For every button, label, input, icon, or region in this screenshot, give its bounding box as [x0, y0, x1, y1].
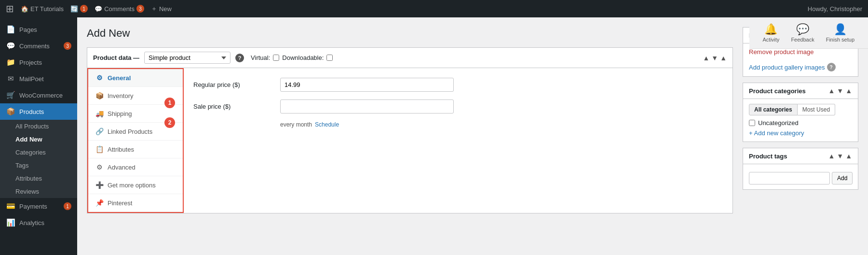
- tags-up-btn[interactable]: ▲: [828, 152, 835, 160]
- collapse-down-btn[interactable]: ▼: [711, 54, 718, 62]
- product-data-header: Product data — Simple product Grouped pr…: [87, 48, 732, 68]
- activity-icon-btn[interactable]: 🔔 Activity: [757, 20, 786, 45]
- sidebar-item-woocommerce[interactable]: 🛒 WooCommerce: [0, 87, 77, 103]
- finish-setup-icon: 👤: [834, 23, 847, 36]
- sidebar-sub-attributes[interactable]: Attributes: [0, 172, 77, 185]
- product-tags-controls: ▲ ▼ ▲: [828, 152, 852, 160]
- feedback-icon: 💬: [796, 23, 809, 36]
- remove-product-image-link[interactable]: Remove product image: [749, 48, 814, 56]
- admin-bar-comments[interactable]: 💬 Comments 3: [95, 5, 144, 13]
- product-categories-controls: ▲ ▼ ▲: [828, 87, 852, 95]
- close-btn[interactable]: ▲: [720, 54, 727, 62]
- all-categories-tab[interactable]: All categories: [749, 104, 798, 115]
- admin-bar-new[interactable]: ＋ New: [151, 4, 172, 13]
- downloadable-label: Downloadable:: [282, 54, 324, 61]
- right-sidebar: Product gallery ▲ ▼ ▲ Remove product ima…: [743, 27, 858, 245]
- categories-close-btn[interactable]: ▲: [845, 87, 852, 95]
- product-tags-panel: Product tags ▲ ▼ ▲ Add: [743, 148, 858, 190]
- sidebar-item-payments[interactable]: 💳 Payments 1: [0, 198, 77, 214]
- regular-price-input[interactable]: [280, 78, 454, 92]
- admin-bar-updates[interactable]: 🔄 1: [70, 5, 88, 13]
- sale-price-input[interactable]: [280, 99, 454, 113]
- add-new-category-link[interactable]: + Add new category: [749, 129, 804, 137]
- sidebar-sub-tags[interactable]: Tags: [0, 159, 77, 172]
- product-categories-panel: Product categories ▲ ▼ ▲ All categories …: [743, 83, 858, 142]
- feedback-icon-btn[interactable]: 💬 Feedback: [785, 20, 820, 45]
- product-data-controls: ▲ ▼ ▲: [703, 54, 727, 62]
- admin-bar-left: ⊞ 🏠 ET Tutorials 🔄 1 💬 Comments 3 ＋ New: [6, 3, 172, 14]
- tab-attributes[interactable]: 📋 Attributes: [88, 141, 183, 158]
- products-icon: 📦: [6, 107, 15, 116]
- collapse-up-btn[interactable]: ▲: [703, 54, 709, 62]
- shipping-tab-icon: 🚚: [95, 110, 104, 117]
- sidebar: 📄 Pages 💬 Comments 3 📁 Projects ✉ MailPo…: [0, 17, 77, 255]
- regular-price-row: Regular price ($): [193, 78, 723, 92]
- tab-get-more-options[interactable]: ➕ Get more options: [88, 176, 183, 194]
- product-data-box: Product data — Simple product Grouped pr…: [87, 47, 733, 213]
- categories-down-btn[interactable]: ▼: [837, 87, 843, 95]
- add-gallery-images-link[interactable]: Add product gallery images: [749, 64, 825, 71]
- step-badge-2: 2: [164, 117, 175, 128]
- product-type-select[interactable]: Simple product Grouped product External/…: [144, 52, 231, 64]
- tab-advanced[interactable]: ⚙ Advanced: [88, 158, 183, 176]
- finish-setup-icon-btn[interactable]: 👤 Finish setup: [820, 20, 860, 45]
- sidebar-item-products[interactable]: 📦 Products: [0, 103, 77, 120]
- linked-products-tab-icon: 🔗: [95, 128, 104, 135]
- product-tabs: ⚙ General 📦 Inventory 🚚 Shipping: [87, 68, 184, 213]
- virtual-checkbox[interactable]: [273, 55, 279, 61]
- plus-icon: ＋: [151, 4, 157, 13]
- updates-icon: 🔄: [70, 5, 78, 13]
- comments-icon: 💬: [95, 5, 102, 13]
- general-tab-content: Regular price ($) Sale price ($) every m…: [184, 68, 732, 213]
- product-tags-body: Add: [743, 164, 858, 189]
- comments-nav-icon: 💬: [6, 42, 15, 50]
- main-content: Add New 1 2 Product data — Simple produc…: [77, 17, 868, 255]
- payments-icon: 💳: [6, 202, 15, 211]
- sale-price-label: Sale price ($): [193, 103, 280, 110]
- product-tags-title: Product tags: [749, 153, 787, 160]
- woocommerce-icon: 🛒: [6, 91, 15, 99]
- sidebar-sub-reviews[interactable]: Reviews: [0, 185, 77, 198]
- product-data-body: ⚙ General 📦 Inventory 🚚 Shipping: [87, 68, 732, 213]
- sidebar-item-analytics[interactable]: 📊 Analytics: [0, 214, 77, 231]
- product-data-label: Product data —: [93, 54, 139, 61]
- mailpoet-icon: ✉: [6, 74, 15, 83]
- product-data-wrapper: 1 2 Product data — Simple product Groupe…: [87, 47, 733, 213]
- tags-close-btn[interactable]: ▲: [845, 152, 852, 160]
- tags-down-btn[interactable]: ▼: [837, 152, 843, 160]
- sidebar-sub-categories[interactable]: Categories: [0, 146, 77, 159]
- step-badge-1: 1: [164, 98, 175, 108]
- categories-up-btn[interactable]: ▲: [828, 87, 835, 95]
- analytics-icon: 📊: [6, 218, 15, 227]
- inventory-tab-icon: 📦: [95, 92, 104, 99]
- wp-logo-icon[interactable]: ⊞: [6, 3, 14, 14]
- uncategorized-row: Uncategorized: [749, 119, 852, 127]
- every-month-text: every month: [280, 121, 312, 128]
- sidebar-item-mailpoet[interactable]: ✉ MailPoet: [0, 71, 77, 87]
- tab-general[interactable]: ⚙ General: [88, 69, 183, 87]
- uncategorized-checkbox[interactable]: [749, 120, 755, 126]
- home-icon: 🏠: [21, 5, 28, 13]
- tags-input[interactable]: [749, 172, 830, 184]
- add-tag-button[interactable]: Add: [832, 172, 853, 184]
- help-icon[interactable]: ?: [235, 54, 244, 62]
- sidebar-item-comments[interactable]: 💬 Comments 3: [0, 38, 77, 54]
- sidebar-item-pages[interactable]: 📄 Pages: [0, 21, 77, 38]
- virtual-label: Virtual:: [251, 54, 270, 61]
- most-used-tab[interactable]: Most Used: [798, 104, 835, 115]
- projects-icon: 📁: [6, 58, 15, 67]
- sidebar-sub-add-new[interactable]: Add New: [0, 133, 77, 146]
- advanced-tab-icon: ⚙: [95, 163, 104, 171]
- downloadable-checkbox[interactable]: [326, 55, 333, 61]
- sidebar-item-projects[interactable]: 📁 Projects: [0, 54, 77, 71]
- admin-bar: ⊞ 🏠 ET Tutorials 🔄 1 💬 Comments 3 ＋ New …: [0, 0, 868, 17]
- sidebar-sub-all-products[interactable]: All Products: [0, 120, 77, 133]
- attributes-tab-icon: 📋: [95, 145, 104, 153]
- schedule-link[interactable]: Schedule: [315, 121, 339, 128]
- uncategorized-label: Uncategorized: [758, 119, 799, 127]
- admin-bar-right: Howdy, Christopher: [808, 5, 862, 13]
- admin-bar-site-name[interactable]: 🏠 ET Tutorials: [21, 5, 64, 13]
- gallery-help-icon[interactable]: ?: [827, 63, 836, 71]
- product-categories-body: All categories Most Used Uncategorized +…: [743, 99, 858, 142]
- tab-pinterest[interactable]: 📌 Pinterest: [88, 194, 183, 212]
